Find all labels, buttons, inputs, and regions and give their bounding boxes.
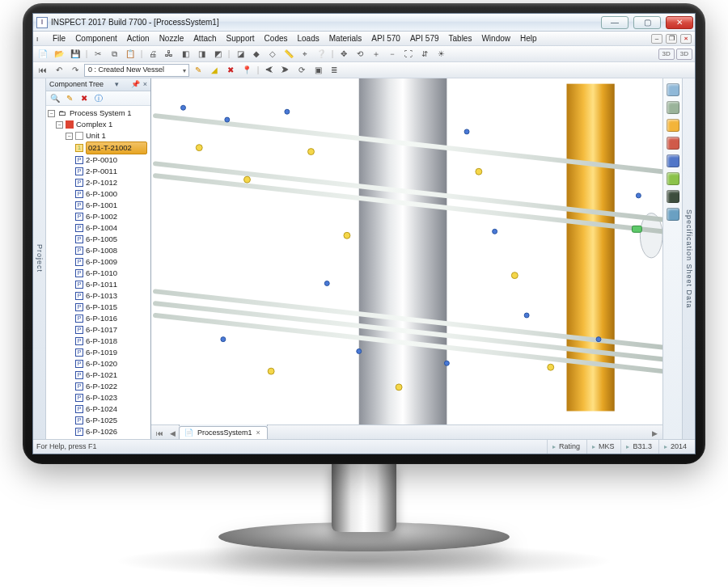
nav-first-button[interactable]: ⏮: [36, 64, 50, 77]
shell-icon[interactable]: [667, 101, 679, 114]
menu-support[interactable]: Support: [222, 33, 260, 44]
support-icon[interactable]: [667, 172, 679, 185]
nav-next-button[interactable]: ⮞: [278, 64, 293, 77]
tab-processsystem1[interactable]: 📄ProcessSystem1×: [179, 426, 268, 439]
tree-node[interactable]: P6-P-1019: [75, 347, 150, 358]
delete-red-button[interactable]: ✖: [223, 64, 238, 77]
spec-sheet-rail-tab[interactable]: Specification Sheet Data: [682, 78, 695, 439]
tree-node[interactable]: P6-P-1020: [75, 358, 150, 370]
tab-scroll-first[interactable]: ⏮: [153, 429, 167, 439]
collapse-icon[interactable]: −: [66, 133, 73, 140]
view-3d-a[interactable]: 3D: [658, 49, 675, 60]
tree-node[interactable]: P6-P-1026: [75, 426, 150, 437]
ruler-button[interactable]: 📏: [281, 48, 296, 61]
tree-node[interactable]: P6-P-1027: [75, 437, 150, 439]
tree-search-button[interactable]: 🔍: [49, 93, 61, 104]
menu-window[interactable]: Window: [476, 33, 515, 44]
tree-node[interactable]: P6-P-1023: [75, 392, 150, 403]
tree-node[interactable]: P6-P-1016: [75, 313, 150, 324]
help-button[interactable]: ❔: [314, 48, 328, 61]
rotate-button[interactable]: ⟲: [353, 48, 367, 61]
network-button[interactable]: 🖧: [162, 48, 176, 61]
menu-action[interactable]: Action: [122, 33, 154, 44]
open-button[interactable]: 📂: [52, 48, 66, 61]
pan-button[interactable]: ✥: [336, 48, 351, 61]
minimize-button[interactable]: —: [601, 16, 629, 29]
cut-button[interactable]: ✂: [91, 48, 105, 61]
component-tree-header[interactable]: Component Tree ▾ 📌 ×: [46, 78, 150, 91]
cyl-icon[interactable]: [667, 83, 679, 96]
tree-node[interactable]: P6-P-1018: [75, 336, 150, 347]
cone-icon[interactable]: [667, 137, 679, 150]
menu-loads[interactable]: Loads: [293, 33, 324, 44]
tool-f-button[interactable]: ◇: [265, 48, 280, 61]
pin-button[interactable]: 📍: [239, 64, 254, 77]
project-rail-tab[interactable]: Project: [33, 78, 46, 439]
panel-close-icon[interactable]: ×: [143, 79, 147, 90]
highlight-button[interactable]: ◢: [207, 64, 222, 77]
tree-delete-button[interactable]: ✖: [78, 93, 90, 104]
tree-node[interactable]: P6-P-1024: [75, 403, 150, 415]
tree-node[interactable]: P2-P-0011: [75, 166, 150, 177]
undo-history-combo[interactable]: 0 : Created New Vessel: [84, 64, 189, 77]
status-year-cell[interactable]: ▸2014: [658, 440, 692, 454]
status-code-cell[interactable]: ▸B31.3: [620, 440, 657, 454]
refresh-button[interactable]: ⟳: [294, 64, 309, 77]
zoom-in-button[interactable]: ＋: [369, 48, 383, 61]
tab-close-icon[interactable]: ×: [256, 428, 260, 438]
tree-node[interactable]: P6-P-1005: [75, 234, 150, 245]
tool-d-button[interactable]: ◪: [233, 48, 248, 61]
tree-node-complex[interactable]: − Complex 1: [56, 119, 150, 130]
tree-node[interactable]: P6-P-1008: [75, 245, 150, 256]
tree-node[interactable]: P6-P-1013: [75, 290, 150, 302]
undo-button[interactable]: ↶: [52, 64, 66, 77]
copy-button[interactable]: ⧉: [107, 48, 121, 61]
menu-attach[interactable]: Attach: [188, 33, 221, 44]
tree-edit-button[interactable]: ✎: [64, 93, 75, 104]
status-units-cell[interactable]: ▸MKS: [586, 440, 620, 454]
tree-node[interactable]: P6-P-1004: [75, 222, 150, 234]
component-button[interactable]: ▣: [311, 64, 325, 77]
redo-button[interactable]: ↷: [68, 64, 83, 77]
tree-node-root[interactable]: − 🗀 Process System 1: [48, 108, 150, 119]
menu-materials[interactable]: Materials: [324, 33, 367, 44]
tab-scroll-prev[interactable]: ◀: [167, 429, 179, 439]
menu-api-579[interactable]: API 579: [405, 33, 444, 44]
edit-button[interactable]: ✎: [191, 64, 205, 77]
tool-b-button[interactable]: ◨: [194, 48, 209, 61]
mdi-sys-icon[interactable]: I: [36, 34, 46, 44]
tree-node-unit[interactable]: − Unit 1: [66, 130, 150, 141]
tree-node-selected[interactable]: 1 021-T-21002: [75, 141, 150, 154]
mdi-restore-button[interactable]: ❐: [666, 34, 677, 44]
mdi-minimize-button[interactable]: –: [651, 34, 662, 44]
nav-prev-button[interactable]: ⮜: [262, 64, 277, 77]
collapse-icon[interactable]: −: [56, 121, 63, 129]
paste-button[interactable]: 📋: [123, 48, 138, 61]
view-arrows-button[interactable]: ⇵: [417, 48, 432, 61]
plate-icon[interactable]: [667, 154, 679, 167]
tree-node[interactable]: P6-P-1022: [75, 381, 150, 392]
tool-e-button[interactable]: ◆: [249, 48, 264, 61]
panel-dropdown-icon[interactable]: ▾: [115, 79, 119, 90]
titlebar[interactable]: I INSPECT 2017 Build 7700 - [ProcessSyst…: [33, 14, 695, 32]
tree-node[interactable]: P2-P-1012: [75, 177, 150, 188]
component-tree[interactable]: − 🗀 Process System 1 − Complex 1 − Unit …: [46, 106, 150, 439]
list-button[interactable]: ≣: [327, 64, 341, 77]
menu-nozzle[interactable]: Nozzle: [154, 33, 189, 44]
tool-c-button[interactable]: ◩: [210, 48, 225, 61]
menu-api-570[interactable]: API 570: [366, 33, 405, 44]
pipe-icon[interactable]: [667, 208, 679, 221]
status-rating-cell[interactable]: ▸Rating: [547, 440, 585, 454]
cube-icon[interactable]: [667, 190, 679, 203]
tool-h-button[interactable]: ⌖: [298, 48, 312, 61]
menu-codes[interactable]: Codes: [260, 33, 293, 44]
tree-node[interactable]: P2-P-0010: [75, 154, 150, 166]
print-button[interactable]: 🖨: [146, 48, 160, 61]
menu-tables[interactable]: Tables: [444, 33, 477, 44]
tree-node[interactable]: P6-P-1017: [75, 324, 150, 336]
new-button[interactable]: 📄: [36, 48, 50, 61]
view-3d-b[interactable]: 3D: [676, 49, 692, 60]
tree-node[interactable]: P6-P-1011: [75, 279, 150, 290]
tree-node[interactable]: P6-P-1015: [75, 302, 150, 313]
menu-file[interactable]: File: [48, 33, 70, 44]
